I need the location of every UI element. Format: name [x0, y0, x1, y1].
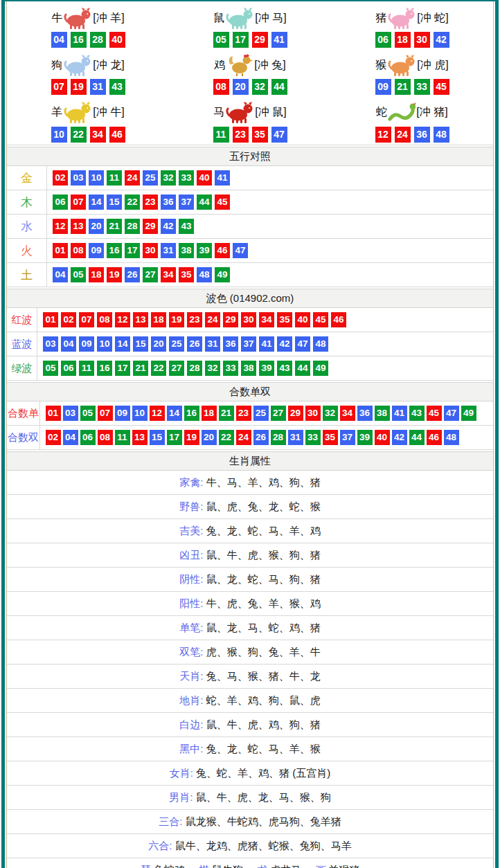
- zodiac-name: 鸡: [214, 58, 225, 73]
- zodiac-name: 蛇: [376, 105, 387, 120]
- number-ball: 22: [219, 430, 234, 445]
- number-ball: 45: [215, 195, 230, 210]
- zodiac-name: 鼠: [213, 11, 224, 26]
- attribute-label: 地肖:: [179, 694, 203, 706]
- number-ball: 06: [375, 32, 391, 48]
- attribute-row: 六合: 鼠牛、龙鸡、虎猪、蛇猴、兔狗、马羊: [7, 834, 493, 858]
- number-ball: 18: [151, 312, 166, 327]
- number-ball: 32: [205, 361, 220, 376]
- number-ball: 42: [392, 430, 407, 445]
- number-ball: 21: [395, 79, 411, 95]
- sum-odd-even-table: 合数单0103050709101214161821232527293032343…: [7, 401, 493, 450]
- number-ball: 18: [202, 406, 217, 421]
- number-ball: 36: [357, 406, 373, 421]
- section-header-sums: 合数单双: [7, 382, 493, 401]
- attribute-values: 兔、龙、蛇、马、羊、鸡: [204, 525, 321, 536]
- number-ball: 25: [253, 406, 269, 421]
- number-ball: 29: [223, 312, 238, 327]
- number-ball: 38: [179, 243, 194, 258]
- number-ball: 43: [109, 79, 125, 95]
- attribute-label: 阴性:: [179, 573, 203, 585]
- attribute-row: 女肖: 兔、蛇、羊、鸡、猪 (五宫肖): [7, 761, 493, 786]
- number-ball: 40: [109, 32, 125, 48]
- number-ball: 37: [241, 336, 256, 352]
- number-ball: 45: [427, 406, 442, 421]
- number-ball: 41: [259, 336, 274, 352]
- attribute-row: 家禽: 牛、马、羊、鸡、狗、猪: [7, 471, 493, 495]
- zodiac-numbers: 12243648: [373, 127, 451, 143]
- zodiac-clash-label: [冲 兔]: [254, 58, 285, 73]
- number-ball: 21: [107, 219, 122, 234]
- number-ball: 47: [233, 243, 248, 258]
- number-ball: 44: [409, 430, 425, 445]
- zodiac-clash-label: [冲 蛇]: [417, 11, 448, 26]
- row-label: 土: [7, 263, 47, 287]
- number-ball: 04: [63, 430, 78, 445]
- number-ball: 14: [89, 195, 104, 210]
- number-ball: 48: [313, 336, 328, 352]
- zodiac-numbers: 05172941: [211, 32, 289, 48]
- number-ball: 36: [414, 127, 430, 143]
- number-ball: 11: [115, 430, 130, 445]
- number-ball: 35: [277, 312, 292, 327]
- number-ball: 12: [375, 127, 391, 143]
- zodiac-title: 羊[冲 牛]: [51, 100, 124, 126]
- number-ball: 40: [375, 430, 390, 445]
- row-numbers: 05061116172122272832333839434449: [37, 361, 330, 376]
- number-ball: 33: [414, 79, 430, 95]
- zodiac-cell: 羊[冲 牛]10223446: [7, 98, 169, 145]
- number-ball: 12: [53, 219, 68, 234]
- number-ball: 44: [197, 195, 212, 210]
- zodiac-name: 牛: [51, 11, 62, 26]
- number-ball: 10: [97, 336, 112, 352]
- zodiac-clash-grid: 牛[冲 羊]04162840鼠[冲 马]05172941猪[冲 蛇]061830…: [7, 1, 493, 145]
- number-ball: 39: [197, 243, 212, 258]
- attribute-values: 牛、虎、兔、羊、猴、鸡: [204, 597, 321, 609]
- wave-color-row: 蓝波03040910141520252631363741424748: [7, 332, 493, 356]
- number-ball: 33: [223, 361, 238, 376]
- attribute-values: 鼠牛、龙鸡、虎猪、蛇猴、兔狗、马羊: [172, 840, 352, 851]
- zodiac-name: 猴: [375, 58, 386, 73]
- wave-color-table: 红波0102070812131819232429303435404546蓝波03…: [7, 308, 493, 381]
- attribute-values: 鼠、虎、兔、龙、蛇、猴: [204, 500, 321, 512]
- number-ball: 26: [125, 267, 140, 282]
- number-ball: 08: [97, 312, 112, 327]
- attribute-label: 家禽:: [179, 476, 203, 488]
- number-ball: 12: [115, 312, 130, 327]
- number-ball: 21: [219, 406, 234, 421]
- number-ball: 26: [253, 430, 269, 445]
- monkey-icon: [387, 54, 416, 77]
- number-ball: 11: [107, 170, 122, 186]
- zodiac-name: 狗: [51, 58, 62, 73]
- qin-qi-shu-hua-row: 琴:兔蛇鸡棋:鼠牛狗书:虎龙马画:羊猴猪: [7, 858, 493, 868]
- number-ball: 15: [150, 430, 165, 445]
- page-border-left: [1, 0, 5, 868]
- number-ball: 45: [434, 79, 449, 95]
- row-label: 蓝波: [7, 332, 37, 356]
- zodiac-title: 猪[冲 蛇]: [375, 5, 448, 31]
- five-element-row: 金02031011242532334041: [7, 166, 493, 190]
- number-ball: 12: [150, 406, 165, 421]
- number-ball: 48: [197, 267, 212, 282]
- number-ball: 37: [179, 195, 194, 210]
- number-ball: 30: [143, 243, 158, 258]
- number-ball: 49: [461, 406, 476, 421]
- number-ball: 31: [288, 430, 303, 445]
- attribute-label: 野兽:: [179, 500, 203, 512]
- number-ball: 17: [115, 361, 130, 376]
- sum-parity-row: 合数单0103050709101214161821232527293032343…: [7, 401, 493, 426]
- number-ball: 40: [295, 312, 310, 327]
- section-header-attributes: 生肖属性: [7, 451, 493, 471]
- number-ball: 01: [53, 243, 68, 258]
- number-ball: 42: [277, 336, 292, 352]
- number-ball: 02: [61, 312, 76, 327]
- number-ball: 23: [187, 312, 202, 327]
- bottom-group-label: 画: [315, 864, 325, 868]
- number-ball: 16: [97, 361, 112, 376]
- dog-icon: [63, 54, 92, 77]
- number-ball: 22: [125, 195, 140, 210]
- zodiac-numbers: 11233547: [211, 127, 289, 143]
- zodiac-numbers: 10223446: [49, 127, 127, 143]
- number-ball: 06: [61, 361, 76, 376]
- number-ball: 09: [79, 336, 94, 352]
